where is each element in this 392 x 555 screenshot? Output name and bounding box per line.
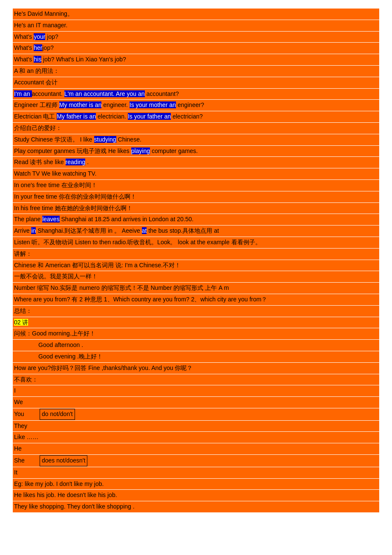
line-6: Accountant 会计 [13, 77, 379, 88]
line-34: We [13, 397, 379, 408]
line-13: Read 读书 she like reading . [13, 157, 379, 168]
line-42: He likes his job. He doesn't like his jo… [13, 490, 379, 501]
line-17: In his free time 她在她的业余时间做什么啊！ [13, 203, 379, 214]
line-26: 总结： [13, 306, 379, 317]
line-0: He's David Manning。 [13, 9, 379, 20]
line-5: A 和 an 的用法： [13, 66, 379, 77]
line-35: You do not/don't [13, 408, 379, 420]
content: He's David Manning。He's an IT manager.Wh… [13, 9, 379, 512]
line-36: They [13, 421, 379, 432]
line-40: It [13, 467, 379, 478]
line-11: Study Chinese 学汉语。 I like studying Chine… [13, 134, 379, 145]
line-33: I [13, 385, 379, 396]
line-41: Eg: like my job. I don't like my job. [13, 479, 379, 490]
line-25: Where are you from? 有 2 种意思 1、Which coun… [13, 294, 379, 305]
line-28: 问候：Good morning.上午好！ [13, 328, 379, 339]
line-23: 一般不会说。我是英国人一样！ [13, 271, 379, 282]
line-14: Watch TV We like watching TV. [13, 168, 379, 179]
line-24: Number 缩写 No.实际是 numero 的缩写形式！不是 Number … [13, 283, 379, 294]
line-32: 不喜欢： [13, 374, 379, 385]
line-1: He's an IT manager. [13, 20, 379, 31]
line-30: Good evening .晚上好！ [13, 351, 379, 362]
line-4: What's his job? What's Lin Xiao Yan's jo… [13, 54, 379, 65]
line-19: Arrive in Shanghai.到达某个城市用 in 。 Aeeive a… [13, 225, 379, 237]
line-15: In one's free time 在业余时间！ [13, 180, 379, 191]
line-20: Listen 听。不及物动词 Listen to then radio.听收音机… [13, 237, 379, 248]
line-43: They like shopping. They don't like shop… [13, 501, 379, 512]
line-8: Engineer 工程师 My mother is an engineer. I… [13, 100, 379, 111]
line-3: What's herjop? [13, 43, 379, 54]
line-38: He [13, 443, 379, 454]
line-27: 02 讲 [13, 317, 379, 328]
line-29: Good afternoon . [13, 340, 379, 351]
line-21: 讲解： [13, 249, 379, 260]
line-10: 介绍自己的爱好： [13, 123, 379, 134]
line-12: Play computer ganmes 玩电子游戏 He likes play… [13, 146, 379, 157]
line-9: Electrician 电工 My father is an electrici… [13, 111, 379, 122]
line-16: In your free time 你在你的业余时间做什么啊！ [13, 191, 379, 202]
line-39: She does not/doesn't [13, 455, 379, 467]
line-2: What's your jop? [13, 32, 379, 43]
line-31: How are you?你好吗？回答 Fine ,thanks/thank yo… [13, 363, 379, 374]
line-18: The plane leaves Shanghai at 18.25 and a… [13, 214, 379, 225]
line-37: Like …… [13, 432, 379, 443]
line-7: I'm an accountant. L'm an accountant. Ar… [13, 89, 379, 100]
line-22: Chinese 和 American 都可以当名词用 说: I'm a Chin… [13, 260, 379, 271]
